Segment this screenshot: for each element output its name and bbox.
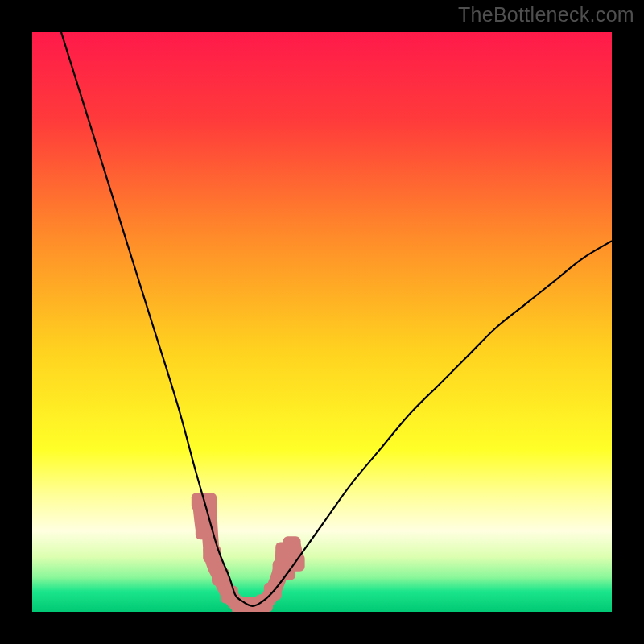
svg-rect-14	[283, 536, 301, 554]
bottleneck-curve	[61, 32, 612, 606]
plot-area	[32, 32, 612, 612]
watermark-text: TheBottleneck.com	[458, 3, 634, 27]
chart-frame: TheBottleneck.com	[0, 0, 644, 644]
optimal-range-marker	[192, 493, 305, 612]
svg-rect-3	[199, 493, 217, 510]
chart-overlay	[32, 32, 612, 612]
